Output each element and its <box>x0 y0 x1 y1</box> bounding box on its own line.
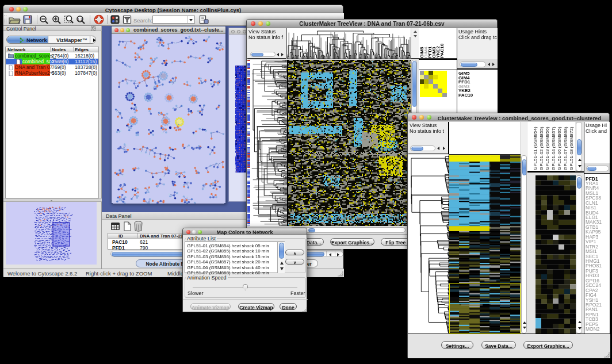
svg-text:1:1: 1:1 <box>78 18 83 21</box>
